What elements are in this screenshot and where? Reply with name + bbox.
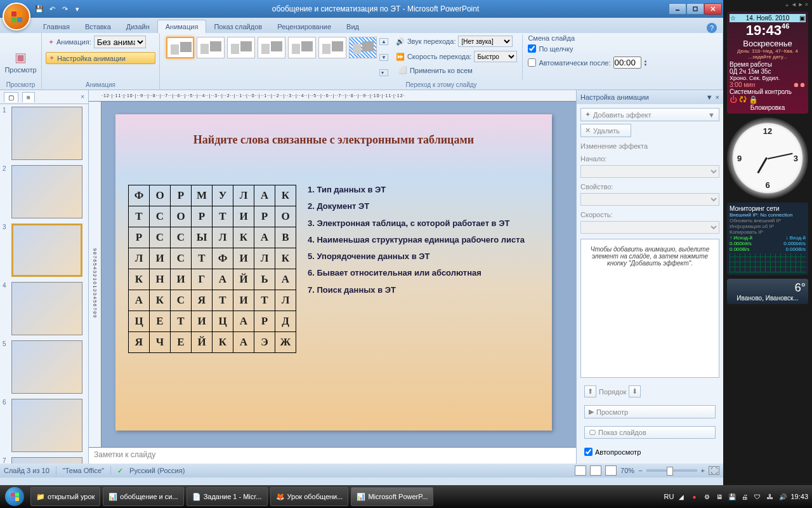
- preview-anim-button[interactable]: ▶Просмотр: [584, 405, 716, 418]
- transition-sound[interactable]: 🔊Звук перехода:[Нет звука]: [396, 36, 517, 47]
- gallery-up-icon[interactable]: ▲: [379, 38, 388, 45]
- grid-cell: К: [150, 290, 171, 311]
- close-button[interactable]: [704, 3, 722, 15]
- clock-gadget[interactable]: 12 3 6 9: [727, 117, 808, 199]
- zoom-out-icon[interactable]: −: [638, 467, 642, 474]
- slideshow-view-icon[interactable]: [605, 465, 617, 476]
- taskbar-item[interactable]: 📊обобщение и си...: [103, 487, 183, 506]
- undo-icon[interactable]: ↶: [47, 4, 57, 14]
- gallery-more-icon[interactable]: ▾: [379, 69, 388, 76]
- sidebar-right-icon[interactable]: ►: [798, 1, 804, 10]
- transition-none[interactable]: [166, 37, 194, 58]
- tray-icon[interactable]: 🖥: [714, 491, 724, 502]
- tray-volume-icon[interactable]: 🔊: [778, 491, 788, 502]
- preview-button[interactable]: ▣ Просмотр: [4, 34, 37, 88]
- clue-list: 1. Тип данных в ЭТ2. Документ ЭТ3. Элект…: [308, 185, 525, 353]
- slide-thumbnail[interactable]: [11, 165, 82, 218]
- add-effect-button[interactable]: ✦Добавить эффект▼: [580, 108, 719, 121]
- spell-icon[interactable]: ✓: [117, 467, 123, 475]
- grid-cell: Т: [192, 248, 213, 269]
- language-label[interactable]: Русский (Россия): [129, 467, 185, 474]
- tray-clock[interactable]: 19:43: [790, 493, 808, 500]
- tab-animation[interactable]: Анимация: [157, 20, 207, 33]
- property-select[interactable]: [580, 193, 719, 206]
- pane-close-icon[interactable]: ×: [716, 93, 719, 101]
- auto-after-checkbox[interactable]: Автоматически после:▲▼: [528, 57, 647, 69]
- tray-icon[interactable]: 💾: [727, 491, 737, 502]
- tab-slideshow[interactable]: Показ слайдов: [206, 20, 270, 33]
- tray-icon[interactable]: 🛡: [752, 491, 763, 502]
- sidebar-close-icon[interactable]: ×: [805, 1, 808, 10]
- panel-close-icon[interactable]: ×: [81, 93, 84, 100]
- transition-gallery[interactable]: ▲ ▼ ▾: [164, 34, 391, 80]
- network-gadget[interactable]: Мониторинг сети Внешний IP: No connectio…: [727, 203, 808, 275]
- transition-option[interactable]: [227, 37, 255, 58]
- tab-design[interactable]: Дизайн: [119, 20, 157, 33]
- slideshow-button[interactable]: 🖵Показ слайдов: [584, 426, 716, 439]
- tray-icon[interactable]: ⚙: [702, 491, 712, 502]
- save-icon[interactable]: 💾: [34, 4, 44, 14]
- order-down-icon[interactable]: ⬇: [629, 385, 641, 398]
- slide-thumbnail[interactable]: [11, 399, 82, 452]
- tab-view[interactable]: Вид: [339, 20, 367, 33]
- animation-dropdown[interactable]: ✦Анимация: Без анимац...: [46, 34, 155, 50]
- taskbar-item[interactable]: 🦊Урок обобщени...: [270, 487, 349, 506]
- sorter-view-icon[interactable]: [590, 465, 601, 476]
- normal-view-icon[interactable]: [575, 465, 586, 476]
- slide-thumbnail[interactable]: [11, 107, 82, 160]
- transition-option[interactable]: [318, 37, 346, 58]
- start-button[interactable]: [0, 485, 29, 508]
- tray-ati-icon[interactable]: ●: [689, 491, 699, 502]
- sidebar-add-icon[interactable]: ＋: [784, 1, 790, 10]
- outline-tab-icon[interactable]: ≡: [22, 92, 35, 102]
- apply-all-button[interactable]: ⬜Применить ко всем: [396, 65, 517, 76]
- start-select[interactable]: [580, 165, 719, 178]
- tab-review[interactable]: Рецензирование: [270, 20, 339, 33]
- transition-option[interactable]: [288, 37, 316, 58]
- slide-thumbnail[interactable]: [11, 457, 82, 464]
- taskbar-item[interactable]: 📄Задание 1 - Micr...: [187, 487, 268, 506]
- fit-icon[interactable]: ⛶: [709, 466, 719, 475]
- slide-thumbnail[interactable]: [11, 340, 82, 394]
- transition-option[interactable]: [258, 37, 285, 58]
- lang-indicator[interactable]: RU: [664, 493, 674, 500]
- on-click-checkbox[interactable]: По щелчку: [528, 44, 647, 53]
- slide-canvas[interactable]: Найдите слова связанные с электронными т…: [115, 114, 552, 431]
- clue-item: 2. Документ ЭТ: [308, 201, 525, 211]
- help-icon[interactable]: ?: [707, 23, 717, 33]
- office-button[interactable]: [3, 3, 30, 30]
- zoom-slider[interactable]: [646, 469, 697, 472]
- slides-tab-icon[interactable]: ▢: [4, 92, 18, 102]
- tray-icon[interactable]: 🖨: [740, 491, 750, 502]
- taskbar-item[interactable]: 📊Microsoft PowerP...: [351, 487, 433, 506]
- transition-option[interactable]: [197, 37, 225, 58]
- delete-effect-button[interactable]: ✕Удалить: [580, 124, 631, 137]
- taskbar-item[interactable]: 📁открытый урок: [30, 487, 100, 506]
- grid-cell: С: [150, 227, 171, 248]
- order-up-icon[interactable]: ⬆: [584, 385, 596, 398]
- transition-option[interactable]: [349, 37, 377, 58]
- autopreview-checkbox[interactable]: Автопросмотр: [580, 445, 719, 458]
- tab-insert[interactable]: Вставка: [77, 20, 119, 33]
- tray-network-icon[interactable]: 🖧: [765, 491, 775, 502]
- maximize-button[interactable]: [686, 3, 704, 15]
- theme-name: "Тема Office": [63, 467, 104, 474]
- zoom-in-icon[interactable]: +: [701, 467, 705, 474]
- speed-select[interactable]: [580, 221, 719, 234]
- custom-animation-button[interactable]: ✦Настройка анимации: [46, 52, 155, 64]
- tab-home[interactable]: Главная: [36, 20, 77, 33]
- slide-thumbnail[interactable]: [11, 282, 82, 335]
- sidebar-left-icon[interactable]: ◄: [791, 1, 797, 10]
- calendar-gadget[interactable]: ☆14. Нояб. 2010▣ 19:4346 Воскресенье Ден…: [727, 11, 808, 114]
- notes-pane[interactable]: Заметки к слайду: [89, 447, 576, 464]
- slide-thumbnail[interactable]: [11, 224, 82, 277]
- pane-dropdown-icon[interactable]: ▼: [706, 93, 713, 101]
- redo-icon[interactable]: ↷: [60, 4, 70, 14]
- gallery-down-icon[interactable]: ▼: [379, 54, 388, 61]
- powerpoint-window: 💾 ↶ ↷ ▾ обобщение и систематизация по ЭТ…: [0, 0, 723, 485]
- weather-gadget[interactable]: 6° Иваново, Ивановск...: [727, 279, 808, 304]
- transition-speed[interactable]: ⏩Скорость перехода:Быстро: [396, 51, 517, 62]
- tray-icon[interactable]: ◢: [676, 491, 686, 502]
- minimize-button[interactable]: [669, 3, 686, 15]
- qat-more-icon[interactable]: ▾: [72, 4, 82, 14]
